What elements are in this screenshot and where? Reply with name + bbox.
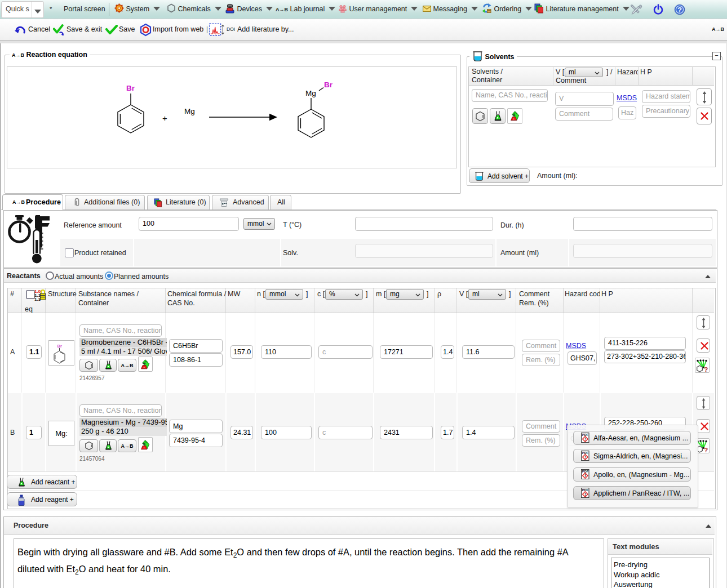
- svg-text:+: +: [162, 113, 167, 123]
- svg-text:?: ?: [704, 366, 708, 372]
- svg-text:!: !: [584, 436, 586, 442]
- svg-text:Mg: Mg: [305, 89, 316, 97]
- svg-text:Br: Br: [57, 344, 62, 349]
- svg-text:1.3: 1.3: [34, 297, 41, 301]
- svg-text:?: ?: [677, 6, 682, 14]
- svg-text:Br: Br: [126, 84, 135, 92]
- svg-text:Mg: Mg: [184, 107, 195, 115]
- svg-text:!: !: [584, 455, 586, 460]
- svg-text:Br: Br: [324, 81, 333, 89]
- svg-text:!: !: [584, 473, 586, 478]
- svg-text:!: !: [584, 492, 586, 497]
- svg-text:?: ?: [704, 447, 708, 453]
